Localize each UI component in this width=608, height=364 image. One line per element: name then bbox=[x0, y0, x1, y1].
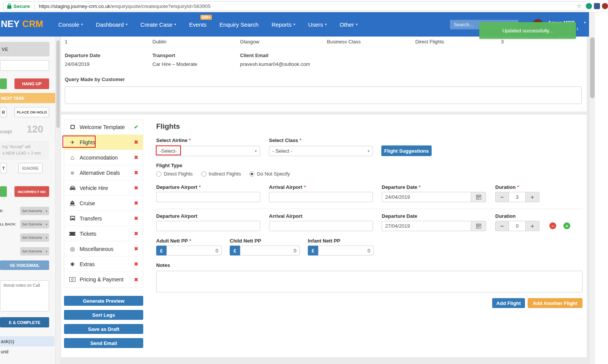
adult-nett-input[interactable] bbox=[166, 246, 222, 255]
duration-value[interactable] bbox=[509, 221, 526, 231]
departure-airport-input[interactable] bbox=[156, 192, 260, 202]
nav-create-case[interactable]: Create Case▾ bbox=[141, 21, 176, 28]
send-email-button[interactable]: Send Email bbox=[64, 338, 143, 348]
hang-up-button[interactable]: HANG UP bbox=[14, 78, 49, 89]
tab-flights[interactable]: ✈ Flights ✖ bbox=[64, 135, 143, 150]
answer-button-fragment[interactable] bbox=[0, 78, 7, 89]
departure-airport-label: Departure Airport* bbox=[156, 184, 201, 190]
query-label: Query Made by Customer bbox=[65, 77, 125, 82]
plane-icon: ✈ bbox=[69, 140, 76, 145]
place-on-hold-button[interactable]: PLACE ON HOLD bbox=[14, 107, 49, 117]
page-scrollbar-thumb[interactable] bbox=[590, 37, 595, 98]
bus-icon bbox=[69, 216, 76, 221]
checkbox-icon bbox=[69, 125, 76, 129]
tab-extras[interactable]: ✱ Extras ✖ bbox=[64, 257, 143, 272]
app-logo[interactable]: NEYCRM bbox=[1, 19, 43, 29]
chevron-down-icon: ▾ bbox=[368, 149, 370, 153]
query-textarea[interactable] bbox=[65, 86, 582, 104]
page-scrollbar[interactable] bbox=[589, 12, 595, 364]
tab-alternative-deals[interactable]: ≡ Alternative Deals ✖ bbox=[64, 165, 143, 180]
departure-date-input[interactable] bbox=[382, 221, 471, 231]
nav-users[interactable]: Users▾ bbox=[308, 21, 327, 28]
nav-events[interactable]: 500+Events bbox=[189, 21, 206, 28]
set-outcome-select[interactable]: Set Outcome▾ bbox=[20, 247, 49, 255]
radio-do-not-specify[interactable]: Do Not Specify bbox=[249, 171, 290, 177]
extension-icon-green[interactable] bbox=[586, 3, 592, 9]
duration-increment-button[interactable]: + bbox=[526, 192, 539, 202]
tasks-label-fragment: ask(s) bbox=[1, 338, 14, 344]
chevron-down-icon[interactable]: ▾ bbox=[584, 21, 586, 24]
set-outcome-select[interactable]: Set Outcome▾ bbox=[20, 207, 49, 215]
accept-button-fragment[interactable]: T bbox=[0, 163, 7, 173]
extension-icon-blue[interactable] bbox=[594, 3, 600, 9]
duration-decrement-button[interactable]: − bbox=[495, 192, 509, 202]
car-icon bbox=[69, 185, 76, 191]
add-flight-button[interactable]: Add Flight bbox=[492, 298, 525, 308]
tab-cruise[interactable]: Cruise ✖ bbox=[64, 196, 143, 211]
arrival-airport-input[interactable] bbox=[269, 221, 373, 231]
nav-console[interactable]: Console▾ bbox=[58, 21, 83, 28]
duration-increment-button[interactable]: + bbox=[526, 221, 539, 231]
nav-dashboard[interactable]: Dashboard▾ bbox=[96, 21, 128, 28]
departure-airport-input[interactable] bbox=[156, 221, 260, 231]
ignore-button[interactable]: IGNORE bbox=[18, 163, 43, 173]
child-nett-input[interactable] bbox=[240, 246, 300, 255]
flight-suggestions-button[interactable]: Flight Suggestions bbox=[381, 145, 432, 156]
calendar-icon[interactable] bbox=[471, 192, 486, 202]
summary-value: 3 bbox=[501, 39, 504, 45]
complete-button[interactable]: E & COMPLETE bbox=[0, 317, 49, 327]
infant-nett-input[interactable] bbox=[318, 246, 374, 255]
tab-accommodation[interactable]: ⌂ Accommodation ✖ bbox=[64, 150, 143, 165]
generate-preview-button[interactable]: Generate Preview bbox=[64, 296, 143, 306]
departure-date-input[interactable] bbox=[382, 192, 471, 202]
incorrect-no-button[interactable]: INCORRECT NO bbox=[14, 186, 49, 197]
tab-vehicle-hire[interactable]: Vehicle Hire ✖ bbox=[64, 180, 143, 196]
summary-value: Business Class bbox=[327, 39, 361, 45]
duration-decrement-button[interactable]: − bbox=[495, 221, 509, 231]
set-outcome-select[interactable]: Set Outcome▾ bbox=[20, 220, 49, 228]
bookmark-star-icon[interactable]: ☆ bbox=[577, 3, 582, 10]
airline-select[interactable]: -Select- ▾ bbox=[156, 146, 260, 156]
cross-icon: ✖ bbox=[134, 200, 138, 206]
tab-transfers[interactable]: Transfers ✖ bbox=[64, 211, 143, 226]
tab-tickets[interactable]: Tickets ✖ bbox=[64, 226, 143, 241]
tab-miscellaneous[interactable]: ◎ Miscellaneous ✖ bbox=[64, 241, 143, 257]
quote-section-tabs: Welcome Template ✔ ✈ Flights ✖ ⌂ Accommo… bbox=[64, 119, 143, 287]
radio-indirect-flights[interactable]: Indirect Flights bbox=[201, 171, 241, 177]
sidebar-tab-fragment[interactable]: VE bbox=[0, 42, 50, 56]
nav-other[interactable]: Other▾ bbox=[339, 21, 357, 28]
tab-pricing-payment[interactable]: Pricing & Payment ✖ bbox=[64, 272, 143, 287]
calendar-icon[interactable] bbox=[471, 221, 486, 231]
tab-welcome-template[interactable]: Welcome Template ✔ bbox=[64, 120, 143, 135]
tab-label: Pricing & Payment bbox=[80, 276, 123, 283]
call-notes-textarea[interactable] bbox=[0, 280, 49, 311]
extension-icon-red[interactable] bbox=[602, 3, 608, 9]
add-another-flight-button[interactable]: Add Another Flight bbox=[528, 298, 582, 308]
leave-voicemail-button[interactable]: VE VOICEMAIL bbox=[0, 260, 49, 270]
nav-create-case-label: Create Case bbox=[141, 21, 173, 28]
class-select[interactable]: - Select - ▾ bbox=[269, 146, 373, 156]
url-separator: | bbox=[34, 3, 35, 9]
sidebar-scrollbar[interactable] bbox=[55, 37, 61, 364]
set-outcome-select[interactable]: Set Outcome▾ bbox=[20, 233, 49, 242]
label-text: Departure Airport bbox=[156, 184, 197, 190]
sidebar-phone-input[interactable] bbox=[0, 60, 49, 71]
nav-enquiry-search[interactable]: Enquiry Search bbox=[219, 21, 259, 28]
departure-date-value: 24/04/2019 bbox=[65, 61, 90, 67]
save-as-draft-button[interactable]: Save as Draft bbox=[64, 324, 143, 334]
flight-type-label: Flight Type bbox=[156, 163, 182, 168]
add-leg-button[interactable]: + bbox=[563, 222, 570, 229]
address-bar[interactable]: Secure | https://staging.journey-crm.co.… bbox=[3, 1, 586, 11]
sort-legs-button[interactable]: Sort Legs bbox=[64, 310, 143, 320]
hold-button-fragment[interactable]: R bbox=[0, 107, 7, 117]
set-outcome-value: Set Outcome bbox=[22, 222, 42, 226]
arrival-airport-input[interactable] bbox=[269, 192, 373, 202]
flight-notes-textarea[interactable] bbox=[156, 271, 582, 292]
correct-no-button-fragment[interactable] bbox=[0, 186, 7, 197]
radio-label: Indirect Flights bbox=[209, 171, 241, 177]
remove-leg-button[interactable]: − bbox=[549, 222, 556, 229]
radio-direct-flights[interactable]: Direct Flights bbox=[156, 171, 193, 177]
sidebar-scrollbar-thumb[interactable] bbox=[56, 40, 60, 128]
nav-reports[interactable]: Reports▾ bbox=[272, 21, 295, 28]
duration-value[interactable] bbox=[509, 192, 526, 202]
